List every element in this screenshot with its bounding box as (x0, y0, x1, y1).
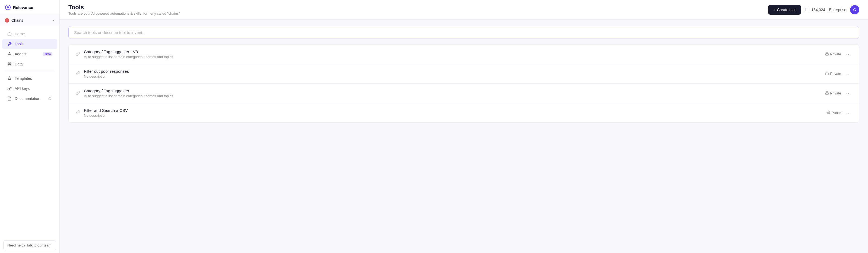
sidebar-item-documentation[interactable]: Documentation (2, 94, 57, 103)
key-icon (7, 86, 12, 91)
main-content: Tools Tools are your AI powered automati… (60, 0, 868, 253)
tool-actions: Private ⋯ (825, 50, 852, 58)
tool-item[interactable]: Filter out poor responses No description… (69, 64, 859, 84)
sidebar: Relevance Chains ▾ Home Tools Agents Bet… (0, 0, 60, 253)
create-tool-button[interactable]: + Create tool (768, 5, 801, 15)
enterprise-badge: Enterprise (829, 8, 846, 12)
tool-link-icon (75, 91, 81, 96)
tool-item[interactable]: Category / Tag suggester AI to suggest a… (69, 84, 859, 103)
sidebar-item-templates-label: Templates (14, 76, 32, 81)
header: Tools Tools are your AI powered automati… (60, 0, 868, 20)
credits-icon: ☐ (805, 7, 809, 12)
svg-point-3 (8, 62, 11, 63)
workspace-name: Chains (11, 18, 51, 23)
doc-icon (7, 96, 12, 101)
sidebar-item-home[interactable]: Home (2, 29, 57, 39)
sidebar-item-api-keys-label: API keys (14, 86, 30, 91)
home-icon (7, 31, 12, 36)
svg-rect-8 (826, 93, 828, 94)
tool-actions: Private ⋯ (825, 89, 852, 97)
tools-list: Category / Tag suggester - V3 AI to sugg… (68, 44, 859, 123)
svg-marker-4 (8, 76, 11, 80)
tool-link-icon (75, 71, 81, 76)
tool-link-icon (75, 110, 81, 116)
tool-actions: Private ⋯ (825, 70, 852, 78)
tool-description: AI to suggest a list of main categories,… (84, 94, 822, 98)
relevance-logo-icon (5, 4, 11, 10)
sidebar-item-tools[interactable]: Tools (2, 39, 57, 49)
header-title-area: Tools Tools are your AI powered automati… (68, 4, 764, 15)
tool-info: Category / Tag suggester AI to suggest a… (84, 89, 822, 98)
more-options-button[interactable]: ⋯ (844, 89, 852, 97)
sidebar-item-home-label: Home (14, 32, 25, 36)
tool-name: Category / Tag suggester (84, 89, 822, 93)
lock-icon (825, 71, 829, 76)
sidebar-item-agents-label: Agents (14, 52, 27, 56)
lock-icon (825, 91, 829, 96)
tool-name: Filter and Search a CSV (84, 108, 823, 113)
tool-item[interactable]: Category / Tag suggester - V3 AI to sugg… (69, 44, 859, 64)
data-icon (7, 62, 12, 66)
tool-description: No description (84, 74, 822, 78)
beta-badge: Beta (43, 52, 52, 56)
privacy-label: Private (830, 72, 841, 76)
help-button[interactable]: Need help? Talk to our team (3, 240, 56, 250)
tool-info: Filter out poor responses No description (84, 69, 822, 78)
tool-name: Category / Tag suggester - V3 (84, 50, 822, 54)
tool-info: Filter and Search a CSV No description (84, 108, 823, 118)
search-input[interactable] (74, 30, 854, 35)
privacy-badge: Public (827, 110, 841, 115)
sidebar-item-documentation-label: Documentation (14, 96, 40, 101)
svg-rect-6 (826, 54, 828, 55)
tool-name: Filter out poor responses (84, 69, 822, 73)
svg-rect-7 (826, 73, 828, 75)
user-avatar[interactable]: C (850, 5, 859, 14)
tool-item[interactable]: Filter and Search a CSV No description P… (69, 103, 859, 122)
sidebar-item-data-label: Data (14, 62, 23, 66)
credits-area: ☐ -134,024 (805, 7, 825, 12)
templates-icon (7, 76, 12, 81)
svg-line-5 (50, 97, 51, 99)
sidebar-item-data[interactable]: Data (2, 59, 57, 69)
tool-description: AI to suggest a list of main categories,… (84, 55, 822, 59)
privacy-label: Private (830, 91, 841, 95)
chevron-down-icon: ▾ (53, 19, 55, 22)
more-options-button[interactable]: ⋯ (844, 70, 852, 78)
more-options-button[interactable]: ⋯ (844, 109, 852, 117)
tool-info: Category / Tag suggester - V3 AI to sugg… (84, 50, 822, 59)
svg-point-2 (9, 53, 10, 54)
search-container (68, 26, 859, 39)
sidebar-divider (5, 71, 55, 71)
workspace-selector[interactable]: Chains ▾ (0, 15, 59, 26)
privacy-badge: Private (825, 52, 841, 57)
globe-icon (827, 110, 830, 115)
header-actions: + Create tool ☐ -134,024 Enterprise C (768, 5, 859, 15)
logo-area: Relevance (0, 0, 59, 15)
tools-icon (7, 41, 12, 46)
external-link-icon (48, 96, 52, 101)
agents-icon (7, 52, 12, 57)
privacy-label: Private (830, 52, 841, 56)
privacy-badge: Private (825, 91, 841, 96)
sidebar-nav: Home Tools Agents Beta Data (0, 26, 59, 238)
tool-description: No description (84, 114, 823, 118)
svg-point-1 (7, 6, 9, 8)
credits-value: -134,024 (810, 8, 825, 12)
privacy-label: Public (832, 111, 841, 115)
app-name: Relevance (13, 5, 33, 10)
sidebar-item-api-keys[interactable]: API keys (2, 84, 57, 93)
sidebar-item-templates[interactable]: Templates (2, 73, 57, 83)
privacy-badge: Private (825, 71, 841, 76)
sidebar-item-tools-label: Tools (14, 42, 24, 46)
lock-icon (825, 52, 829, 57)
sidebar-item-agents[interactable]: Agents Beta (2, 49, 57, 59)
tool-link-icon (75, 52, 81, 57)
page-subtitle: Tools are your AI powered automations & … (68, 11, 764, 15)
page-title: Tools (68, 4, 764, 11)
content-area: Category / Tag suggester - V3 AI to sugg… (60, 20, 868, 253)
workspace-icon (5, 18, 9, 23)
more-options-button[interactable]: ⋯ (844, 50, 852, 58)
tool-actions: Public ⋯ (827, 109, 852, 117)
